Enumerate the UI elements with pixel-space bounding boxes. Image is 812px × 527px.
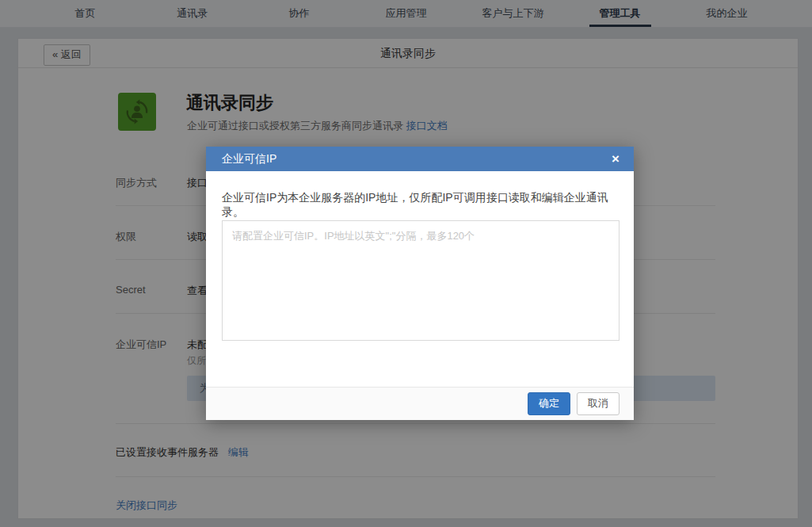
dialog-title: 企业可信IP — [222, 152, 612, 166]
dialog-header: 企业可信IP × — [206, 147, 634, 171]
confirm-button[interactable]: 确定 — [528, 392, 570, 415]
dialog-footer: 确定 取消 — [206, 387, 634, 420]
cancel-button[interactable]: 取消 — [577, 392, 619, 415]
trusted-ip-textarea[interactable] — [222, 220, 619, 341]
close-icon[interactable]: × — [612, 152, 619, 166]
trusted-ip-dialog: 企业可信IP × 企业可信IP为本企业服务器的IP地址，仅所配IP可调用接口读取… — [206, 147, 634, 420]
dialog-description: 企业可信IP为本企业服务器的IP地址，仅所配IP可调用接口读取和编辑企业通讯录。 — [222, 191, 618, 220]
